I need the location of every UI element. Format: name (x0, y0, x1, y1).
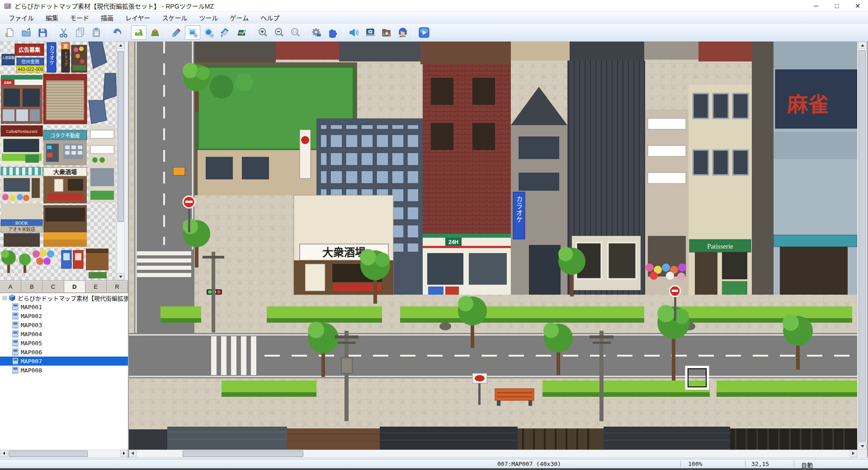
sound-test-button[interactable] (346, 25, 362, 40)
left-scroll-thumb[interactable] (9, 451, 88, 457)
palette-scroll-down-button[interactable] (117, 273, 124, 280)
tab-d[interactable]: D (64, 281, 85, 292)
undo-button[interactable] (110, 25, 125, 40)
palette-shutter-tiles (43, 74, 87, 124)
palette-cafe-tiles: Cafe&Restaurant (1, 126, 42, 165)
cut-button[interactable] (56, 25, 71, 40)
map-tree-item[interactable]: MAP006 (0, 348, 128, 357)
project-cube-icon (9, 294, 16, 301)
menu-layer[interactable]: レイヤー (119, 12, 156, 24)
menu-draw[interactable]: 描画 (95, 12, 119, 24)
menu-tools[interactable]: ツール (193, 12, 224, 24)
scrollbar-corner (857, 450, 867, 458)
ellipse-tool-button[interactable] (201, 25, 217, 40)
resource-manager-button[interactable] (379, 25, 394, 40)
left-scroll-left-button[interactable] (0, 450, 8, 457)
karaoke-sign: カラオケ (515, 196, 523, 223)
map-tree-item[interactable]: MAP002 (0, 311, 128, 320)
canvas-vscroll-thumb[interactable] (859, 50, 866, 442)
map-mode-button[interactable] (131, 25, 146, 40)
save-project-button[interactable] (35, 25, 50, 40)
minimize-button[interactable]: ─ (806, 0, 826, 12)
paste-button[interactable] (89, 25, 104, 40)
character-generator-button[interactable] (395, 25, 410, 40)
zoom-actual-button[interactable]: 1:1 (288, 25, 303, 40)
map-tree-item[interactable]: MAP001 (0, 302, 128, 311)
map-item-label: MAP001 (21, 304, 42, 310)
wall-sign (173, 167, 185, 175)
copy-button[interactable] (72, 25, 88, 40)
zoom-in-button[interactable] (255, 25, 270, 40)
rectangle-tool-button[interactable] (185, 25, 200, 40)
menu-edit[interactable]: 編集 (40, 12, 64, 24)
left-panel-hscrollbar[interactable] (0, 450, 128, 458)
pencil-tool-button[interactable] (169, 25, 184, 40)
map-tree-item[interactable]: MAP004 (0, 329, 128, 338)
app-icon (4, 2, 12, 10)
speaker-icon (349, 27, 359, 38)
menu-file[interactable]: ファイル (3, 12, 40, 24)
map-tree-item[interactable]: MAP008 (0, 366, 128, 375)
collapse-icon[interactable] (3, 296, 7, 300)
menu-scale[interactable]: スケール (156, 12, 193, 24)
palette-vscrollbar[interactable] (117, 42, 125, 280)
canvas-scroll-down-button[interactable] (858, 442, 867, 450)
tab-r[interactable]: R (107, 281, 128, 292)
map-item-label: MAP004 (21, 331, 42, 338)
svg-text:信州金融: 信州金融 (21, 59, 39, 64)
database-button[interactable] (309, 25, 324, 40)
plugin-manager-button[interactable] (325, 25, 340, 40)
event-searcher-button[interactable] (363, 25, 378, 40)
rectangle-select-icon (187, 27, 198, 38)
maximize-button[interactable]: □ (826, 0, 847, 12)
play-icon (418, 27, 430, 38)
menu-help[interactable]: ヘルプ (255, 12, 285, 24)
menu-mode[interactable]: モード (64, 12, 95, 24)
left-scroll-right-button[interactable] (120, 450, 128, 457)
zoom-out-button[interactable] (271, 25, 287, 40)
canvas-scroll-left-button[interactable] (129, 450, 137, 457)
playtest-button[interactable] (416, 25, 432, 40)
brick-convenience-building: 24H (423, 64, 511, 295)
canvas-vscrollbar[interactable] (857, 42, 867, 450)
close-button[interactable]: ✕ (847, 0, 868, 12)
map-tree-item[interactable]: MAP005 (0, 338, 128, 348)
tileset-palette[interactable]: 広告募集 入居募集 信州金融 443-022-009 カラオケ 薬 ドラッグ (0, 42, 117, 280)
toolbar-separator (252, 27, 252, 38)
shadow-pen-tool-button[interactable] (234, 25, 249, 40)
canvas-hscrollbar[interactable] (129, 450, 857, 458)
new-project-button[interactable] (2, 25, 18, 40)
tab-a[interactable]: A (0, 281, 21, 292)
map-tree-item-selected[interactable]: MAP007 (0, 357, 128, 366)
canvas-scroll-up-button[interactable] (858, 42, 867, 49)
patisserie-sign: Patisserie (707, 243, 733, 250)
status-map-info: 007:MAP007 (40x30) (497, 461, 561, 467)
balcony-building (645, 109, 689, 295)
svg-text:443-022-009: 443-022-009 (18, 67, 43, 72)
tab-e[interactable]: E (85, 281, 107, 292)
canvas-scroll-right-button[interactable] (849, 450, 857, 457)
menu-bar: ファイル 編集 モード 描画 レイヤー スケール ツール ゲーム ヘルプ (0, 12, 868, 24)
palette-book-tiles: BOOK アオキ米穀店 (1, 203, 87, 247)
tab-c[interactable]: C (42, 281, 64, 292)
palette-scroll-up-button[interactable] (117, 42, 124, 49)
tab-b[interactable]: B (21, 281, 42, 292)
palette-izakaya-tiles: 大衆酒場 (43, 167, 87, 203)
map-tree-root[interactable]: どらぴかドットマップ素材【現代街編拡張セット】 (0, 293, 128, 302)
map-canvas[interactable]: 大衆酒場 24H (129, 42, 857, 450)
bottom-roofs (129, 427, 857, 450)
map-item-label: MAP002 (21, 313, 42, 320)
map-item-label: MAP006 (21, 349, 42, 356)
map-item-label: MAP005 (21, 340, 42, 347)
map-tree-item[interactable]: MAP003 (0, 320, 128, 329)
status-separator (794, 461, 794, 467)
status-separator (745, 461, 745, 467)
event-mode-button[interactable] (147, 25, 163, 40)
svg-text:Cafe&Restaurant: Cafe&Restaurant (6, 129, 38, 134)
palette-scroll-thumb[interactable] (118, 51, 124, 222)
open-project-button[interactable] (19, 25, 34, 40)
flood-fill-tool-button[interactable] (217, 25, 233, 40)
map-file-icon (12, 321, 19, 329)
menu-game[interactable]: ゲーム (224, 12, 255, 24)
canvas-hscroll-thumb[interactable] (183, 451, 303, 457)
